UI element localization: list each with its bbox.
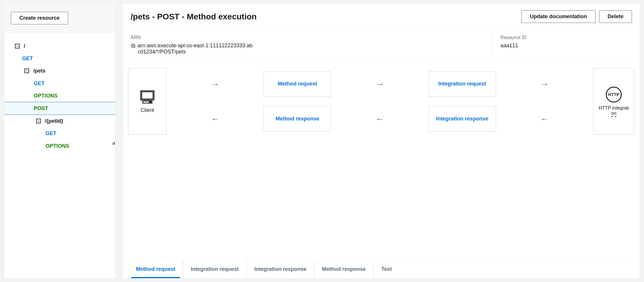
arn-value: arn:aws:execute-api:us-east-1:1111222233… (138, 43, 255, 55)
arn-label: ARN (131, 35, 485, 40)
resource-tree: − / GET − /pets GET OPTIONS POST − /{pet… (4, 33, 115, 278)
http-integration-card: HTTP HTTP integrati on (593, 68, 634, 135)
svg-rect-0 (132, 45, 135, 48)
svg-rect-3 (142, 92, 153, 99)
tree-node-pets[interactable]: − /pets (4, 65, 115, 77)
http-badge-icon: HTTP (606, 87, 622, 103)
tree-node-root[interactable]: − / (4, 40, 115, 52)
arrow-left-icon: ← (370, 114, 390, 124)
collapse-icon[interactable]: − (15, 44, 20, 48)
method-label-get: GET (22, 53, 33, 63)
method-label-post: POST (34, 103, 48, 113)
resource-id-cell: Resource ID aaa111 (493, 30, 640, 62)
create-resource-button[interactable]: Create resource (11, 12, 68, 24)
client-label: Client (141, 107, 154, 113)
panel-header: /pets - POST - Method execution Update d… (123, 4, 640, 30)
arrow-left-icon: ← (534, 114, 555, 124)
method-label-options: OPTIONS (45, 141, 69, 151)
tree-label-pets: /pets (33, 66, 45, 76)
resource-id-value: aaa111 (500, 43, 618, 49)
tab-method-request[interactable]: Method request (128, 260, 183, 278)
arrow-right-icon: → (370, 79, 390, 89)
client-card: Client (128, 68, 166, 135)
resize-handle-icon[interactable]: ıl (112, 141, 115, 146)
tree-label-root: / (24, 41, 25, 51)
method-tabs: Method request Integration request Integ… (123, 260, 640, 278)
tab-test[interactable]: Test (374, 260, 399, 278)
tree-node-petid[interactable]: − /{petId} (4, 115, 115, 127)
tab-integration-request[interactable]: Integration request (183, 260, 247, 278)
svg-rect-1 (132, 44, 134, 47)
arrow-right-icon: → (534, 79, 555, 89)
collapse-icon[interactable]: − (24, 68, 29, 73)
copy-icon[interactable] (131, 43, 136, 48)
svg-rect-5 (149, 101, 151, 103)
method-request-card[interactable]: Method request (264, 71, 331, 97)
resources-sidebar: Create resource − / GET − /pets GET OPTI… (4, 4, 116, 278)
tree-node-pets-options[interactable]: OPTIONS (4, 90, 115, 102)
method-response-card[interactable]: Method response (264, 106, 331, 132)
page-title: /pets - POST - Method execution (131, 12, 257, 21)
method-label-get: GET (34, 78, 45, 88)
arn-cell: ARN arn:aws:execute-api:us-east-1:111122… (123, 30, 493, 62)
tree-node-root-get[interactable]: GET (4, 52, 115, 65)
app-root: Create resource − / GET − /pets GET OPTI… (0, 0, 644, 282)
info-bar: ARN arn:aws:execute-api:us-east-1:111122… (123, 30, 640, 62)
tree-node-pets-get[interactable]: GET (4, 77, 115, 90)
delete-button[interactable]: Delete (599, 10, 632, 23)
update-documentation-button[interactable]: Update documentation (521, 10, 596, 23)
tab-method-response[interactable]: Method response (314, 260, 374, 278)
client-monitor-icon (139, 90, 156, 104)
tree-node-petid-options[interactable]: OPTIONS (4, 140, 115, 152)
tree-label-petid: /{petId} (45, 116, 63, 126)
arrow-right-icon: → (205, 79, 225, 89)
http-integration-label: HTTP integrati on (599, 105, 629, 116)
tree-node-pets-post[interactable]: POST (4, 102, 115, 115)
header-actions: Update documentation Delete (521, 10, 632, 23)
collapse-icon[interactable]: − (36, 119, 41, 123)
flow-diagram: Client → Method request → Integration re… (123, 62, 640, 260)
integration-request-card[interactable]: Integration request (429, 71, 496, 97)
arrow-left-icon: ← (205, 114, 225, 124)
sidebar-toolbar: Create resource (4, 4, 115, 33)
resource-id-label: Resource ID (500, 35, 632, 40)
method-label-get: GET (45, 128, 56, 138)
tab-integration-response[interactable]: Integration response (247, 260, 314, 278)
method-label-options: OPTIONS (34, 91, 58, 101)
integration-response-card[interactable]: Integration response (429, 106, 496, 132)
tree-node-petid-get[interactable]: GET (4, 127, 115, 140)
method-execution-panel: /pets - POST - Method execution Update d… (123, 4, 640, 278)
